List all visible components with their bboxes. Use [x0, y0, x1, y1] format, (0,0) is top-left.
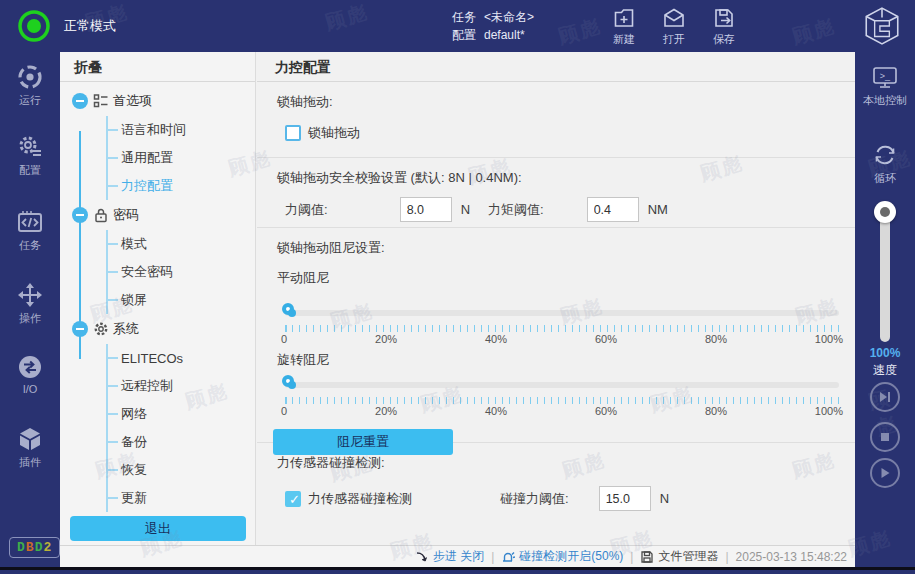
damping-heading: 锁轴拖动阻尼设置: [277, 239, 841, 257]
step-play-button[interactable] [870, 382, 900, 412]
tree-item-label: 力控配置 [121, 177, 173, 195]
collision-detect-checkbox[interactable] [285, 491, 301, 507]
play-button[interactable] [870, 458, 900, 488]
tree-item-lock-screen[interactable]: 锁屏 [108, 286, 255, 314]
tree-item-label: 模式 [121, 235, 147, 253]
top-bar: 正常模式 任务<未命名> 配置default* 新建 打开 保存 [0, 0, 915, 52]
torque-threshold-label: 力矩阈值: [488, 201, 544, 219]
new-button-label: 新建 [613, 32, 635, 47]
collision-threshold-input[interactable] [599, 486, 651, 511]
tree-group-password[interactable]: 密码 [60, 200, 255, 230]
slider-scale: 020%40%60%80%100% [281, 405, 843, 417]
step-mode-status[interactable]: 步进 关闭 [415, 548, 484, 565]
save-button-label: 保存 [713, 32, 735, 47]
tree-item-remote-control[interactable]: 远程控制 [108, 372, 255, 400]
clock: 2025-03-13 15:48:22 [736, 550, 847, 564]
loop-button[interactable]: 循环 [855, 142, 915, 186]
scale-label: 100% [815, 405, 843, 417]
tree-item-safety-password[interactable]: 安全密码 [108, 258, 255, 286]
slider-track[interactable] [285, 382, 839, 388]
scale-label: 40% [485, 405, 507, 417]
tree-item-label: 备份 [121, 433, 147, 451]
tree-item-label: 更新 [121, 489, 147, 507]
brand-logo-icon[interactable] [861, 5, 903, 47]
damping-reset-button[interactable]: 阻尼重置 [273, 429, 453, 455]
slider-scale: 020%40%60%80%100% [281, 333, 843, 345]
save-icon [712, 6, 736, 30]
force-threshold-label: 力阈值: [285, 201, 328, 219]
translation-damping-slider[interactable] [285, 303, 839, 323]
slider-knob[interactable] [282, 375, 294, 387]
tree-group-system[interactable]: 系统 [60, 314, 255, 344]
file-manager-button[interactable]: 文件管理器 [640, 548, 718, 565]
collision-section: 力传感器碰撞检测: 力传感器碰撞检测 碰撞力阈值: N [257, 443, 855, 545]
tree-item-label: 语言和时间 [121, 121, 186, 139]
collision-status[interactable]: 碰撞检测开启(50%) [501, 548, 623, 565]
lock-axis-checkbox[interactable] [285, 125, 301, 141]
exit-button[interactable]: 退出 [70, 516, 246, 541]
settings-tree: 首选项 语言和时间 通用配置 力控配置 密码 模式 安全密码 锁屏 系统 [60, 82, 255, 512]
sidebar-item-label: I/O [23, 383, 38, 395]
mode-status-icon[interactable] [16, 8, 52, 44]
sidebar-item-io[interactable]: I/O [0, 354, 60, 395]
tree-item-language-time[interactable]: 语言和时间 [108, 116, 255, 144]
scale-label: 100% [815, 333, 843, 345]
slider-track[interactable] [285, 310, 839, 316]
rotation-damping-slider[interactable] [285, 375, 839, 395]
io-swap-icon [17, 354, 43, 380]
nav-panel-title[interactable]: 折叠 [60, 52, 255, 82]
tree-item-general-config[interactable]: 通用配置 [108, 144, 255, 172]
speed-percent: 100% [855, 346, 915, 360]
tree-item-label: 网络 [121, 405, 147, 423]
safety-check-section: 锁轴拖动安全校验设置 (默认: 8N | 0.4NM): 力阈值: N 力矩阈值… [257, 158, 855, 228]
sidebar-item-config[interactable]: 配置 [0, 134, 60, 178]
svg-text:>_: >_ [880, 71, 891, 81]
save-button[interactable]: 保存 [712, 6, 736, 47]
play-icon [878, 466, 892, 480]
tree-item-update[interactable]: 更新 [108, 484, 255, 512]
collapse-minus-icon[interactable] [72, 321, 88, 337]
page-title: 力控配置 [257, 52, 855, 82]
scale-label: 0 [281, 333, 287, 345]
open-button[interactable]: 打开 [662, 6, 686, 47]
lock-axis-heading: 锁轴拖动: [277, 93, 841, 111]
tree-item-backup[interactable]: 备份 [108, 428, 255, 456]
status-badge-dbd2[interactable]: DBD2 [9, 537, 60, 558]
scale-label: 40% [485, 333, 507, 345]
bottom-strip [0, 570, 915, 574]
collapse-minus-icon[interactable] [72, 93, 88, 109]
new-button[interactable]: 新建 [612, 6, 636, 47]
speed-slider-knob[interactable] [874, 201, 896, 223]
damping-section: 锁轴拖动阻尼设置: 平动阻尼 020%40%60%80%100% 旋转阻尼 02… [257, 228, 855, 443]
tree-item-mode[interactable]: 模式 [108, 230, 255, 258]
sidebar-item-label: 插件 [19, 455, 41, 470]
system-gear-icon [93, 321, 109, 337]
sidebar-item-label: 配置 [19, 163, 41, 178]
speed-slider[interactable] [880, 212, 890, 342]
collapse-minus-icon[interactable] [72, 207, 88, 223]
torque-threshold-input[interactable] [587, 197, 639, 222]
tree-item-elitecos[interactable]: ELITECOs [108, 344, 255, 372]
tree-item-restore[interactable]: 恢复 [108, 456, 255, 484]
local-control-button[interactable]: >_ 本地控制 [855, 64, 915, 108]
force-threshold-input[interactable] [400, 197, 452, 222]
stop-button[interactable] [870, 422, 900, 452]
tree-item-network[interactable]: 网络 [108, 400, 255, 428]
open-mail-icon [662, 6, 686, 30]
lock-icon [93, 207, 109, 223]
file-manager-icon [640, 550, 654, 564]
terminal-icon: >_ [872, 64, 898, 90]
sidebar-item-task[interactable]: 任务 [0, 209, 60, 253]
tree-group-label: 密码 [113, 206, 139, 224]
scale-label: 20% [375, 333, 397, 345]
separator: | [491, 550, 494, 564]
sidebar-item-plugin[interactable]: 插件 [0, 426, 60, 470]
tree-group-preferences[interactable]: 首选项 [60, 86, 255, 116]
tree-item-force-config[interactable]: 力控配置 [108, 172, 255, 200]
sidebar-item-operate[interactable]: 操作 [0, 282, 60, 326]
task-label: 任务 [452, 10, 476, 24]
slider-knob[interactable] [282, 303, 294, 315]
task-value: <未命名> [484, 10, 534, 24]
collision-threshold-label: 碰撞力阈值: [500, 490, 569, 508]
sidebar-item-run[interactable]: 运行 [0, 64, 60, 108]
